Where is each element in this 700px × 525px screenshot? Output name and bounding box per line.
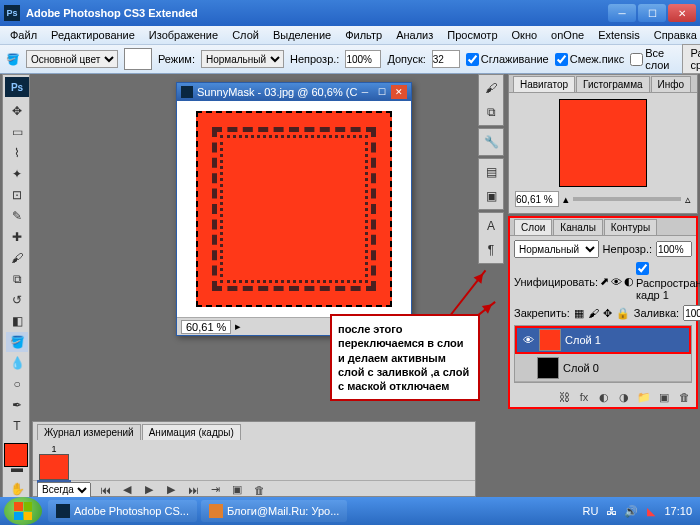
menu-help[interactable]: Справка xyxy=(648,29,700,41)
adjustment-layer-icon[interactable]: ◑ xyxy=(616,389,632,405)
delete-frame-icon[interactable]: 🗑 xyxy=(251,483,267,497)
tab-measurement-log[interactable]: Журнал измерений xyxy=(37,424,141,440)
antialias-checkbox[interactable]: Сглаживание xyxy=(466,53,549,66)
tray-lang[interactable]: RU xyxy=(583,505,599,517)
hand-tool[interactable]: ✋ xyxy=(6,479,28,499)
unify-style-icon[interactable]: ◐ xyxy=(624,275,634,288)
layer-opacity-input[interactable] xyxy=(656,241,692,257)
type-tool[interactable]: T xyxy=(6,416,28,436)
lock-position-icon[interactable]: ✥ xyxy=(603,307,612,320)
tab-animation[interactable]: Анимация (кадры) xyxy=(142,424,241,440)
zoom-in-icon[interactable]: ▵ xyxy=(685,193,691,206)
tolerance-input[interactable] xyxy=(432,50,460,68)
tray-network-icon[interactable]: 🖧 xyxy=(604,504,618,518)
tab-paths[interactable]: Контуры xyxy=(604,219,657,235)
tray-antivirus-icon[interactable]: ◣ xyxy=(644,504,658,518)
character-panel-icon[interactable]: A xyxy=(482,217,500,235)
menu-extensis[interactable]: Extensis xyxy=(592,29,646,41)
eraser-tool[interactable]: ◧ xyxy=(6,311,28,331)
layer-comps-icon[interactable]: ▤ xyxy=(482,163,500,181)
stamp-tool[interactable]: ⧉ xyxy=(6,269,28,289)
tab-navigator[interactable]: Навигатор xyxy=(513,76,575,92)
propagate-checkbox[interactable]: Распространить кадр 1 xyxy=(636,262,700,301)
play-icon[interactable]: ▶ xyxy=(141,483,157,497)
link-layers-icon[interactable]: ⛓ xyxy=(556,389,572,405)
menu-edit[interactable]: Редактирование xyxy=(45,29,141,41)
next-frame-icon[interactable]: ▶ xyxy=(163,483,179,497)
canvas[interactable] xyxy=(177,101,411,317)
new-frame-icon[interactable]: ▣ xyxy=(229,483,245,497)
taskbar-app-browser[interactable]: Блоги@Mail.Ru: Уро... xyxy=(201,500,347,522)
heal-tool[interactable]: ✚ xyxy=(6,227,28,247)
new-layer-icon[interactable]: ▣ xyxy=(656,389,672,405)
lock-pixels-icon[interactable]: 🖌 xyxy=(588,307,599,319)
unify-position-icon[interactable]: ⬈ xyxy=(600,275,609,288)
menu-file[interactable]: Файл xyxy=(4,29,43,41)
crop-tool[interactable]: ⊡ xyxy=(6,185,28,205)
taskbar-app-photoshop[interactable]: Adobe Photoshop CS... xyxy=(48,500,197,522)
blend-mode-select[interactable]: Нормальный xyxy=(201,50,284,68)
history-brush-tool[interactable]: ↺ xyxy=(6,290,28,310)
blur-tool[interactable]: 💧 xyxy=(6,353,28,373)
prev-frame-icon[interactable]: ◀ xyxy=(119,483,135,497)
close-button[interactable]: ✕ xyxy=(668,4,696,22)
maximize-button[interactable]: ☐ xyxy=(638,4,666,22)
canvas-content[interactable] xyxy=(196,111,392,307)
lock-all-icon[interactable]: 🔒 xyxy=(616,307,630,320)
clone-panel-icon[interactable]: ⧉ xyxy=(482,103,500,121)
doc-close-button[interactable]: ✕ xyxy=(391,85,407,99)
zoom-slider[interactable] xyxy=(573,197,681,201)
tab-histogram[interactable]: Гистограмма xyxy=(576,76,650,92)
brush-tool[interactable]: 🖌 xyxy=(6,248,28,268)
visibility-icon[interactable]: 👁 xyxy=(521,333,535,347)
navigator-thumbnail[interactable] xyxy=(559,99,647,187)
last-frame-icon[interactable]: ⏭ xyxy=(185,483,201,497)
fill-source-select[interactable]: Основной цвет xyxy=(26,50,118,68)
menu-filter[interactable]: Фильтр xyxy=(339,29,388,41)
group-icon[interactable]: 📁 xyxy=(636,389,652,405)
menu-analysis[interactable]: Анализ xyxy=(390,29,439,41)
start-button[interactable] xyxy=(4,497,42,525)
document-titlebar[interactable]: SunnyMask - 03.jpg @ 60,6% (Слой 1... ─ … xyxy=(177,83,411,101)
actions-panel-icon[interactable]: ▣ xyxy=(482,187,500,205)
opacity-input[interactable] xyxy=(345,50,381,68)
doc-maximize-button[interactable]: ☐ xyxy=(374,85,390,99)
zoom-out-icon[interactable]: ▴ xyxy=(563,193,569,206)
all-layers-checkbox[interactable]: Все слои xyxy=(630,47,669,71)
menu-select[interactable]: Выделение xyxy=(267,29,337,41)
visibility-icon[interactable] xyxy=(519,361,533,375)
layer-mask-icon[interactable]: ◐ xyxy=(596,389,612,405)
contiguous-checkbox[interactable]: Смеж.пикс xyxy=(555,53,624,66)
minimize-button[interactable]: ─ xyxy=(608,4,636,22)
menu-view[interactable]: Просмотр xyxy=(441,29,503,41)
brushes-panel-icon[interactable]: 🖌 xyxy=(482,79,500,97)
tab-info[interactable]: Инфо xyxy=(651,76,692,92)
lock-transparent-icon[interactable]: ▦ xyxy=(574,307,584,320)
unify-visibility-icon[interactable]: 👁 xyxy=(611,276,622,288)
menu-window[interactable]: Окно xyxy=(506,29,544,41)
loop-select[interactable]: Всегда xyxy=(37,482,91,498)
layer-fill-input[interactable] xyxy=(683,305,700,321)
tween-icon[interactable]: ⇥ xyxy=(207,483,223,497)
layer-blend-select[interactable]: Нормальный xyxy=(514,240,599,258)
workspace-button[interactable]: Рабочая среда ▾ xyxy=(682,44,701,74)
menu-onone[interactable]: onOne xyxy=(545,29,590,41)
first-frame-icon[interactable]: ⏮ xyxy=(97,483,113,497)
layer-item-1[interactable]: 👁 Слой 1 xyxy=(515,326,691,354)
lasso-tool[interactable]: ⌇ xyxy=(6,143,28,163)
tray-volume-icon[interactable]: 🔊 xyxy=(624,504,638,518)
eyedropper-tool[interactable]: ✎ xyxy=(6,206,28,226)
layer-item-0[interactable]: Слой 0 xyxy=(515,354,691,382)
marquee-tool[interactable]: ▭ xyxy=(6,122,28,142)
bucket-tool[interactable]: 🪣 xyxy=(6,332,28,352)
doc-minimize-button[interactable]: ─ xyxy=(357,85,373,99)
menu-layer[interactable]: Слой xyxy=(226,29,265,41)
navigator-zoom-input[interactable] xyxy=(515,191,559,207)
tool-presets-icon[interactable]: 🔧 xyxy=(482,133,500,151)
dodge-tool[interactable]: ○ xyxy=(6,374,28,394)
wand-tool[interactable]: ✦ xyxy=(6,164,28,184)
tab-layers[interactable]: Слои xyxy=(514,219,552,235)
delete-layer-icon[interactable]: 🗑 xyxy=(676,389,692,405)
pattern-swatch[interactable] xyxy=(124,48,152,70)
status-arrow-icon[interactable]: ▸ xyxy=(235,320,241,333)
